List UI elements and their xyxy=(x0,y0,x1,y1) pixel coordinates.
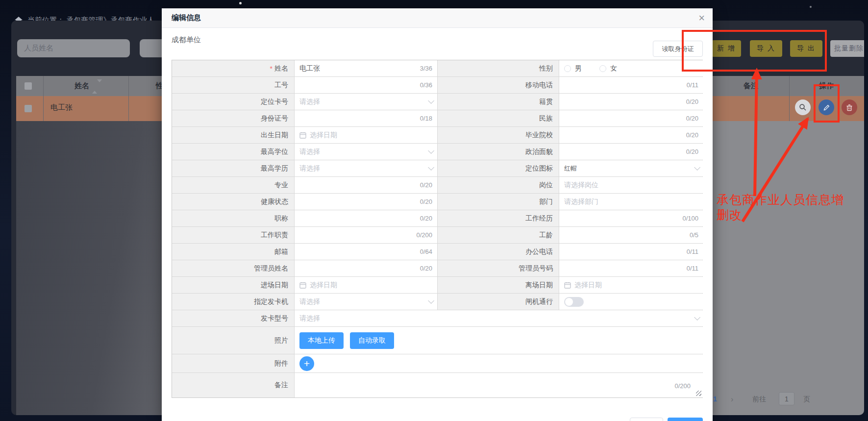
column-header-note: 备注 xyxy=(726,81,775,91)
field-label: 管理员号码 xyxy=(438,260,559,276)
field-label: 进场日期 xyxy=(172,277,295,293)
pagination-goto-label: 前往 xyxy=(752,395,766,404)
pagination-goto-input[interactable] xyxy=(779,392,794,405)
text-input[interactable] xyxy=(564,131,683,139)
card-model-select[interactable]: 请选择 xyxy=(295,310,703,326)
text-input[interactable] xyxy=(299,181,417,189)
political-status-field[interactable]: 0/20 xyxy=(559,144,703,160)
field-label: 毕业院校 xyxy=(438,127,559,143)
form-row: 最高学位 请选择 政治面貌 0/20 xyxy=(172,144,702,160)
radio-icon xyxy=(564,65,571,72)
read-id-card-button[interactable]: 读取身份证 xyxy=(653,41,703,57)
highest-degree-select[interactable]: 请选择 xyxy=(295,144,438,160)
manager-phone-field[interactable]: 0/11 xyxy=(559,260,703,276)
export-button[interactable]: 导 出 xyxy=(790,40,822,57)
employee-no-field[interactable]: 0/36 xyxy=(295,77,438,93)
screen: 当前位置： 承包商管理》承包商作业人 人员姓名 新 增 导 入 导 出 批量删除… xyxy=(0,0,868,421)
auto-capture-button[interactable]: 自动录取 xyxy=(350,332,394,349)
department-select[interactable]: 请选择部门 xyxy=(559,194,703,210)
field-label: 工作职责 xyxy=(172,227,295,243)
mobile-field[interactable]: 0/11 xyxy=(559,77,703,93)
field-label: 出生日期 xyxy=(172,127,295,143)
text-input[interactable] xyxy=(299,265,417,272)
health-status-field[interactable]: 0/20 xyxy=(295,194,438,210)
text-input[interactable] xyxy=(564,231,687,239)
form-row: 进场日期 选择日期 离场日期 选择日期 xyxy=(172,277,702,294)
name-input[interactable] xyxy=(299,65,417,73)
confirm-button-partial[interactable] xyxy=(668,418,703,421)
gate-pass-toggle[interactable] xyxy=(564,297,584,307)
card-issuer-select[interactable]: 请选择 xyxy=(295,294,438,310)
unit-label: 成都单位 xyxy=(172,35,201,45)
field-label: 姓名 xyxy=(274,64,288,73)
text-input[interactable] xyxy=(564,115,683,123)
position-card-select[interactable]: 请选择 xyxy=(295,94,438,110)
pagination-next-icon[interactable]: › xyxy=(731,395,733,404)
form-row: 发卡型号 请选择 xyxy=(172,310,702,327)
text-input[interactable] xyxy=(564,215,679,223)
work-years-field[interactable]: 0/5 xyxy=(559,227,703,243)
text-input[interactable] xyxy=(564,248,684,256)
field-label: 管理员姓名 xyxy=(172,260,295,276)
search-input[interactable]: 人员姓名 xyxy=(17,39,130,57)
pagination-page-1[interactable]: 1 xyxy=(713,395,717,403)
job-duty-field[interactable]: 0/200 xyxy=(295,227,438,243)
pagination-unit-label: 页 xyxy=(803,395,810,404)
text-input[interactable] xyxy=(564,98,683,106)
field-label: 发卡型号 xyxy=(172,310,295,326)
work-experience-field[interactable]: 0/100 xyxy=(559,210,703,226)
ethnicity-field[interactable]: 0/20 xyxy=(559,110,703,126)
name-field[interactable]: 3/36 xyxy=(295,60,438,76)
remark-textarea[interactable] xyxy=(299,373,698,397)
chevron-down-icon xyxy=(428,98,434,104)
graduate-school-field[interactable]: 0/20 xyxy=(559,127,703,143)
native-place-field[interactable]: 0/20 xyxy=(559,94,703,110)
manager-name-field[interactable]: 0/20 xyxy=(295,260,438,276)
major-field[interactable]: 0/20 xyxy=(295,177,438,193)
batch-delete-button[interactable]: 批量删除 xyxy=(830,40,864,57)
text-input[interactable] xyxy=(299,215,417,223)
form-row: 最高学历 请选择 定位图标 红帽 xyxy=(172,160,702,177)
edit-button[interactable] xyxy=(818,99,834,115)
close-icon[interactable]: × xyxy=(698,13,705,24)
row-checkbox[interactable] xyxy=(25,105,32,112)
id-number-field[interactable]: 0/18 xyxy=(295,110,438,126)
text-input[interactable] xyxy=(564,265,684,272)
position-icon-select[interactable]: 红帽 xyxy=(559,160,703,176)
office-phone-field[interactable]: 0/11 xyxy=(559,244,703,260)
import-button[interactable]: 导 入 xyxy=(750,40,782,57)
attachment-field: + xyxy=(295,354,703,372)
field-label: 民族 xyxy=(438,110,559,126)
select-all-checkbox[interactable] xyxy=(25,82,32,90)
add-button[interactable]: 新 增 xyxy=(712,40,741,57)
text-input[interactable] xyxy=(299,248,417,256)
post-select[interactable]: 请选择岗位 xyxy=(559,177,703,193)
radio-female[interactable]: 女 xyxy=(599,64,617,73)
form-row: 身份证号 0/18 民族 0/20 xyxy=(172,110,702,127)
required-asterisk: * xyxy=(270,65,273,73)
form-row: *姓名 3/36 性别 男 女 xyxy=(172,60,702,77)
delete-button[interactable] xyxy=(842,99,857,115)
resize-handle-icon[interactable] xyxy=(696,391,701,396)
email-field[interactable]: 0/64 xyxy=(295,244,438,260)
text-input[interactable] xyxy=(299,81,417,89)
leave-date-picker[interactable]: 选择日期 xyxy=(559,277,703,293)
text-input[interactable] xyxy=(299,231,413,239)
text-input[interactable] xyxy=(299,198,417,206)
entry-date-picker[interactable]: 选择日期 xyxy=(295,277,438,293)
text-input[interactable] xyxy=(299,115,417,123)
column-header-name[interactable]: 姓名 xyxy=(61,81,115,91)
cancel-button-partial[interactable] xyxy=(630,418,663,421)
job-title-field[interactable]: 0/20 xyxy=(295,210,438,226)
radio-male[interactable]: 男 xyxy=(564,64,582,73)
birth-date-picker[interactable]: 选择日期 xyxy=(295,127,438,143)
local-upload-button[interactable]: 本地上传 xyxy=(299,332,344,349)
calendar-icon xyxy=(299,282,306,289)
text-input[interactable] xyxy=(564,148,683,156)
chevron-down-icon xyxy=(694,164,700,171)
view-button[interactable] xyxy=(795,99,811,115)
sort-carets-icon[interactable] xyxy=(92,82,102,91)
add-attachment-button[interactable]: + xyxy=(299,356,314,371)
text-input[interactable] xyxy=(564,81,684,89)
highest-education-select[interactable]: 请选择 xyxy=(295,160,438,176)
